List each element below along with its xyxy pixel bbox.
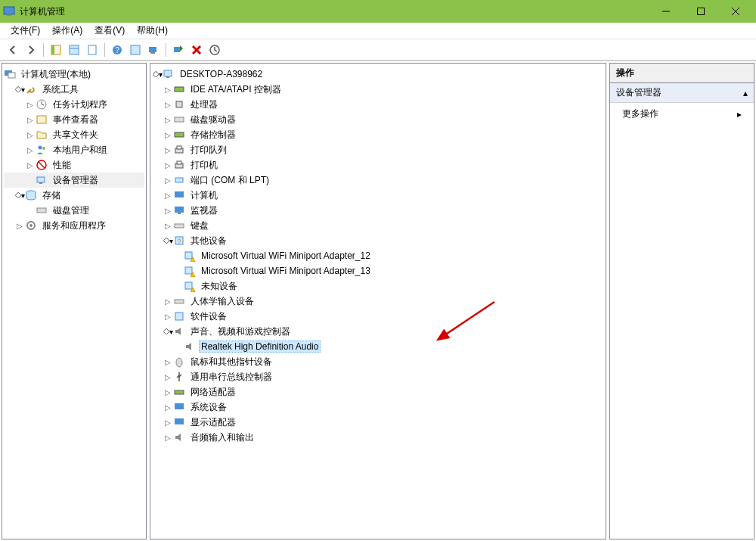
actions-more[interactable]: 更多操作 ▸ <box>610 103 754 125</box>
chevron-right-icon[interactable] <box>25 146 36 154</box>
chevron-right-icon[interactable] <box>163 116 173 124</box>
dev-monitors[interactable]: 监视器 <box>152 203 604 218</box>
chevron-right-icon[interactable] <box>25 101 36 109</box>
enable-button[interactable] <box>170 42 187 58</box>
chevron-right-icon[interactable] <box>25 116 36 124</box>
forward-button[interactable] <box>23 42 39 58</box>
refresh-button[interactable] <box>127 42 144 58</box>
tree-performance[interactable]: 性能 <box>4 157 144 173</box>
chevron-right-icon[interactable] <box>163 101 173 109</box>
dev-storage-ctrl[interactable]: 存储控制器 <box>152 127 604 142</box>
chevron-right-icon[interactable] <box>163 418 173 427</box>
tree-storage[interactable]: ▾存储 <box>4 188 144 203</box>
dev-cpu[interactable]: 处理器 <box>152 97 604 112</box>
svg-rect-0 <box>4 7 14 14</box>
update-driver-button[interactable] <box>206 42 223 58</box>
export-button[interactable] <box>84 42 101 58</box>
chevron-right-icon[interactable] <box>163 146 173 154</box>
dev-network[interactable]: 网络适配器 <box>152 384 604 400</box>
svg-rect-46 <box>175 207 184 213</box>
dev-keyboard[interactable]: 键盘 <box>152 218 604 233</box>
chevron-right-icon[interactable] <box>163 297 173 306</box>
chevron-right-icon[interactable] <box>163 373 173 381</box>
dev-realtek[interactable]: Realtek High Definition Audio <box>152 339 604 354</box>
dev-audio-io[interactable]: 音频输入和输出 <box>152 430 604 445</box>
chevron-down-icon[interactable]: ▾ <box>163 237 173 245</box>
chevron-right-icon[interactable] <box>163 161 173 169</box>
tree-device-manager[interactable]: 设备管理器 <box>4 173 144 188</box>
chevron-right-icon[interactable] <box>163 434 173 442</box>
chevron-right-icon[interactable] <box>163 388 173 396</box>
back-button[interactable] <box>5 42 21 58</box>
dev-disk[interactable]: 磁盘驱动器 <box>152 112 604 127</box>
minimize-button[interactable] <box>649 0 683 23</box>
print-queue-icon <box>173 144 185 156</box>
chevron-right-icon[interactable] <box>163 131 173 139</box>
tree-services-apps[interactable]: 服务和应用程序 <box>4 218 144 233</box>
dev-root[interactable]: ▾DESKTOP-A398962 <box>152 67 604 82</box>
menu-view[interactable]: 查看(V) <box>88 23 131 39</box>
tree-event-viewer[interactable]: 事件查看器 <box>4 112 144 127</box>
chevron-right-icon[interactable] <box>163 86 173 94</box>
chevron-right-icon[interactable] <box>163 176 173 185</box>
actions-section-device-mgr[interactable]: 设备管理器 ▴ <box>610 83 754 103</box>
dev-sound[interactable]: ▾声音、视频和游戏控制器 <box>152 324 604 339</box>
dev-wifi13[interactable]: Microsoft Virtual WiFi Miniport Adapter_… <box>152 263 604 278</box>
dev-unknown[interactable]: 未知设备 <box>152 278 604 294</box>
tree-shared-folders[interactable]: 共享文件夹 <box>4 127 144 142</box>
chevron-right-icon[interactable] <box>163 207 173 215</box>
menu-help[interactable]: 帮助(H) <box>131 23 174 39</box>
chevron-down-icon[interactable]: ▾ <box>14 191 25 200</box>
dev-usb[interactable]: 通用串行总线控制器 <box>152 369 604 384</box>
menu-action[interactable]: 操作(A) <box>46 23 88 39</box>
help-button[interactable]: ? <box>109 42 125 58</box>
dev-system[interactable]: 系统设备 <box>152 400 604 415</box>
dev-printers[interactable]: 打印机 <box>152 157 604 173</box>
pc-icon <box>163 68 175 80</box>
scan-hardware-button[interactable] <box>145 42 162 58</box>
dev-print-queue[interactable]: 打印队列 <box>152 142 604 157</box>
menubar: 文件(F) 操作(A) 查看(V) 帮助(H) <box>0 23 756 39</box>
tree-root-local[interactable]: 计算机管理(本地) <box>4 67 144 82</box>
sound-device-icon <box>184 340 196 353</box>
show-hide-tree-button[interactable] <box>48 42 64 58</box>
chevron-right-icon[interactable] <box>163 222 173 230</box>
chevron-right-icon[interactable] <box>25 131 36 139</box>
device-tree[interactable]: ▾DESKTOP-A398962 IDE ATA/ATAPI 控制器 处理器 磁… <box>150 63 606 539</box>
dev-ide[interactable]: IDE ATA/ATAPI 控制器 <box>152 82 604 97</box>
dev-display[interactable]: 显示适配器 <box>152 415 604 430</box>
performance-icon <box>36 159 48 171</box>
chevron-down-icon[interactable]: ▾ <box>152 70 163 79</box>
dev-other[interactable]: ▾?其他设备 <box>152 233 604 248</box>
chevron-right-icon[interactable] <box>163 358 173 366</box>
tree-task-scheduler[interactable]: 任务计划程序 <box>4 97 144 112</box>
tree-system-tools[interactable]: ▾ 系统工具 <box>4 82 144 97</box>
dev-wifi12[interactable]: Microsoft Virtual WiFi Miniport Adapter_… <box>152 248 604 263</box>
chevron-down-icon[interactable]: ▾ <box>14 86 25 94</box>
chevron-right-icon[interactable] <box>163 403 173 412</box>
svg-rect-7 <box>51 45 54 54</box>
properties-button[interactable] <box>66 42 82 58</box>
tree-local-users[interactable]: 本地用户和组 <box>4 142 144 157</box>
svg-rect-13 <box>131 45 140 54</box>
tree-disk-mgmt[interactable]: 磁盘管理 <box>4 203 144 218</box>
maximize-button[interactable] <box>683 0 718 23</box>
chevron-right-icon[interactable] <box>163 191 173 200</box>
dev-software[interactable]: 软件设备 <box>152 309 604 324</box>
chevron-down-icon[interactable]: ▾ <box>163 328 173 336</box>
chevron-right-icon[interactable] <box>163 312 173 321</box>
chevron-right-icon[interactable] <box>14 222 25 230</box>
disable-button[interactable] <box>188 42 205 58</box>
svg-rect-55 <box>175 312 183 320</box>
menu-file[interactable]: 文件(F) <box>5 23 46 39</box>
close-button[interactable] <box>718 0 753 23</box>
keyboard-icon <box>173 219 185 232</box>
dev-hid[interactable]: 人体学输入设备 <box>152 294 604 309</box>
dev-ports[interactable]: 端口 (COM 和 LPT) <box>152 173 604 188</box>
chevron-right-icon[interactable] <box>25 161 36 169</box>
svg-rect-31 <box>37 208 46 213</box>
dev-computer[interactable]: 计算机 <box>152 188 604 203</box>
dev-mouse[interactable]: 鼠标和其他指针设备 <box>152 354 604 369</box>
svg-rect-15 <box>150 52 155 54</box>
left-nav-tree[interactable]: 计算机管理(本地) ▾ 系统工具 任务计划程序 事件查看器 共享文件夹 本地用户… <box>2 63 147 539</box>
